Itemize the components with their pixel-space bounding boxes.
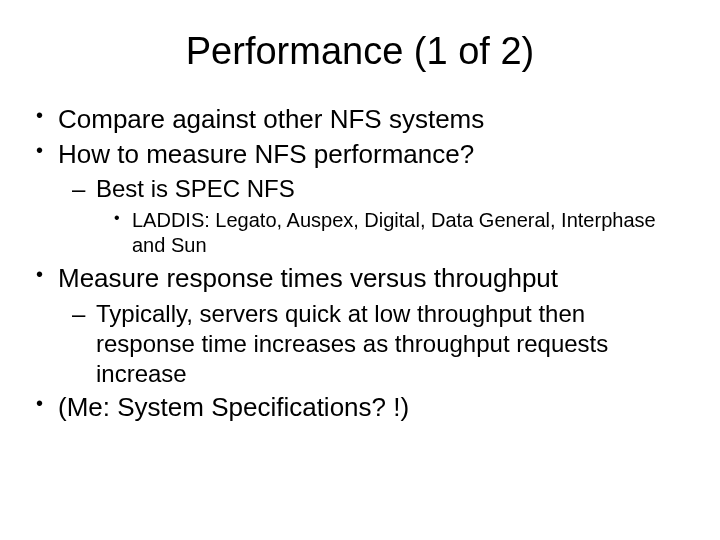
bullet-list-level1: Compare against other NFS systems How to… [30, 103, 690, 423]
bullet-item: Measure response times versus throughput… [30, 262, 690, 389]
bullet-text: Typically, servers quick at low throughp… [96, 300, 608, 387]
bullet-text: (Me: System Specifications? !) [58, 392, 409, 422]
bullet-text: How to measure NFS performance? [58, 139, 474, 169]
bullet-item: How to measure NFS performance? Best is … [30, 138, 690, 259]
bullet-item: LADDIS: Legato, Auspex, Digital, Data Ge… [108, 208, 690, 258]
bullet-item: Typically, servers quick at low throughp… [66, 299, 690, 389]
bullet-text: Compare against other NFS systems [58, 104, 484, 134]
bullet-text: Best is SPEC NFS [96, 175, 295, 202]
bullet-item: Compare against other NFS systems [30, 103, 690, 136]
bullet-text: Measure response times versus throughput [58, 263, 558, 293]
slide: Performance (1 of 2) Compare against oth… [0, 0, 720, 540]
bullet-item: (Me: System Specifications? !) [30, 391, 690, 424]
bullet-list-level3: LADDIS: Legato, Auspex, Digital, Data Ge… [96, 208, 690, 258]
bullet-list-level2: Typically, servers quick at low throughp… [58, 299, 690, 389]
bullet-list-level2: Best is SPEC NFS LADDIS: Legato, Auspex,… [58, 174, 690, 258]
bullet-item: Best is SPEC NFS LADDIS: Legato, Auspex,… [66, 174, 690, 258]
slide-title: Performance (1 of 2) [30, 30, 690, 73]
bullet-text: LADDIS: Legato, Auspex, Digital, Data Ge… [132, 209, 656, 256]
